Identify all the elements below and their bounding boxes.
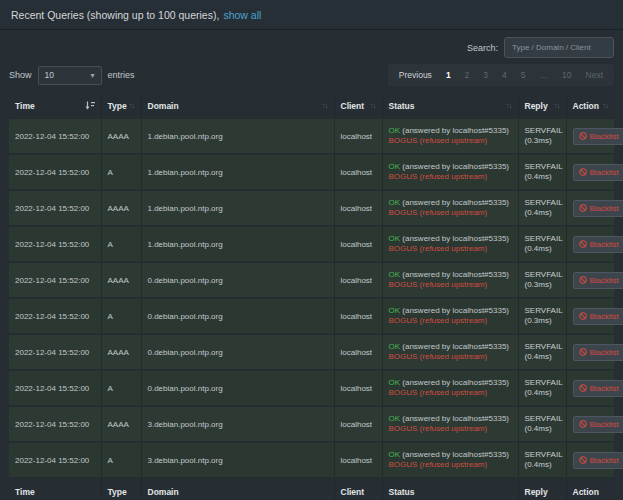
type-cell: A	[101, 298, 141, 334]
pagination-page[interactable]: 1	[439, 67, 458, 83]
status-bogus: BOGUS (refused upstream)	[389, 460, 512, 471]
status-ok: OK	[389, 414, 401, 423]
time-cell: 2022-12-04 15:52:00	[9, 190, 101, 226]
client-cell: localhost	[334, 406, 382, 442]
reply-cell: SERVFAIL (0.4ms)	[518, 370, 566, 406]
type-cell: A	[101, 226, 141, 262]
time-cell: 2022-12-04 15:52:00	[9, 226, 101, 262]
search-input[interactable]	[504, 37, 614, 58]
reply-time: (0.4ms)	[525, 208, 560, 219]
client-cell: localhost	[334, 334, 382, 370]
reply-code: SERVFAIL	[525, 450, 560, 461]
reply-time: (0.4ms)	[525, 172, 560, 183]
blacklist-label: Blacklist	[590, 240, 619, 249]
reply-time: (0.3ms)	[525, 280, 560, 291]
column-label-domain: Domain	[148, 101, 179, 111]
time-cell: 2022-12-04 15:52:00	[9, 154, 101, 190]
status-ok: OK	[389, 234, 401, 243]
blacklist-button[interactable]: Blacklist	[573, 236, 623, 253]
blacklist-button[interactable]: Blacklist	[573, 416, 623, 433]
status-cell: OK (answered by localhost#5335) BOGUS (r…	[382, 298, 518, 334]
type-cell: A	[101, 370, 141, 406]
reply-time: (0.3ms)	[525, 136, 560, 147]
column-header-time[interactable]: Time	[9, 94, 101, 118]
ban-icon	[579, 276, 587, 284]
status-ok: OK	[389, 306, 401, 315]
domain-cell: 0.debian.pool.ntp.org	[141, 370, 334, 406]
status-bogus: BOGUS (refused upstream)	[389, 352, 512, 363]
ban-icon	[579, 456, 587, 464]
pagination-page[interactable]: 4	[495, 67, 514, 83]
column-header-action[interactable]: Action ↑↓	[566, 94, 614, 118]
column-label-reply: Reply	[525, 101, 548, 111]
footer-label-domain: Domain	[141, 478, 334, 500]
time-cell: 2022-12-04 15:52:00	[9, 406, 101, 442]
action-cell: Blacklist	[566, 226, 614, 262]
table-row: 2022-12-04 15:52:00 A 0.debian.pool.ntp.…	[9, 298, 614, 334]
pagination-page[interactable]: 10	[555, 67, 578, 83]
footer-label-action: Action	[566, 478, 614, 500]
page-title: Recent Queries (showing up to 100 querie…	[11, 9, 219, 21]
status-ok: OK	[389, 342, 401, 351]
domain-cell: 1.debian.pool.ntp.org	[141, 118, 334, 154]
sort-icon: ↑↓	[370, 101, 376, 110]
blacklist-label: Blacklist	[590, 348, 619, 357]
entries-label: entries	[108, 70, 135, 80]
blacklist-label: Blacklist	[590, 384, 619, 393]
pagination-next[interactable]: Next	[579, 67, 610, 83]
blacklist-label: Blacklist	[590, 420, 619, 429]
column-header-type[interactable]: Type ↑↓	[101, 94, 141, 118]
blacklist-label: Blacklist	[590, 456, 619, 465]
pagination-page[interactable]: 3	[476, 67, 495, 83]
reply-cell: SERVFAIL (0.3ms)	[518, 298, 566, 334]
reply-time: (0.4ms)	[525, 424, 560, 435]
domain-cell: 0.debian.pool.ntp.org	[141, 334, 334, 370]
client-cell: localhost	[334, 118, 382, 154]
action-cell: Blacklist	[566, 154, 614, 190]
action-cell: Blacklist	[566, 298, 614, 334]
sort-icon: ↑↓	[322, 101, 328, 110]
column-header-domain[interactable]: Domain ↑↓	[141, 94, 334, 118]
blacklist-button[interactable]: Blacklist	[573, 344, 623, 361]
table-row: 2022-12-04 15:52:00 AAAA 1.debian.pool.n…	[9, 190, 614, 226]
ban-icon	[579, 132, 587, 140]
status-cell: OK (answered by localhost#5335) BOGUS (r…	[382, 154, 518, 190]
ban-icon	[579, 420, 587, 428]
status-bogus: BOGUS (refused upstream)	[389, 280, 512, 291]
client-cell: localhost	[334, 154, 382, 190]
show-all-link[interactable]: show all	[223, 9, 261, 21]
status-note: (answered by localhost#5335)	[402, 126, 509, 135]
table-header-row: Time Type ↑↓	[9, 94, 614, 118]
blacklist-button[interactable]: Blacklist	[573, 452, 623, 469]
action-cell: Blacklist	[566, 370, 614, 406]
reply-cell: SERVFAIL (0.4ms)	[518, 226, 566, 262]
reply-cell: SERVFAIL (0.4ms)	[518, 154, 566, 190]
column-label-client: Client	[341, 101, 365, 111]
entries-select[interactable]: 10 ▾	[38, 66, 102, 85]
reply-code: SERVFAIL	[525, 378, 560, 389]
blacklist-button[interactable]: Blacklist	[573, 200, 623, 217]
pagination-page[interactable]: 5	[514, 67, 533, 83]
column-label-time: Time	[15, 101, 35, 111]
blacklist-button[interactable]: Blacklist	[573, 164, 623, 181]
type-cell: AAAA	[101, 262, 141, 298]
table-row: 2022-12-04 15:52:00 AAAA 3.debian.pool.n…	[9, 406, 614, 442]
reply-time: (0.4ms)	[525, 460, 560, 471]
client-cell: localhost	[334, 370, 382, 406]
column-header-reply[interactable]: Reply ↑↓	[518, 94, 566, 118]
blacklist-button[interactable]: Blacklist	[573, 308, 623, 325]
blacklist-button[interactable]: Blacklist	[573, 128, 623, 145]
column-header-status[interactable]: Status ↑↓	[382, 94, 518, 118]
blacklist-label: Blacklist	[590, 312, 619, 321]
blacklist-button[interactable]: Blacklist	[573, 380, 623, 397]
status-bogus: BOGUS (refused upstream)	[389, 172, 512, 183]
sort-icon: ↑↓	[554, 101, 560, 110]
pagination-previous[interactable]: Previous	[392, 67, 439, 83]
pagination-page[interactable]: 2	[458, 67, 477, 83]
blacklist-button[interactable]: Blacklist	[573, 272, 623, 289]
column-header-client[interactable]: Client ↑↓	[334, 94, 382, 118]
reply-time: (0.4ms)	[525, 388, 560, 399]
ban-icon	[579, 384, 587, 392]
client-cell: localhost	[334, 190, 382, 226]
recent-queries-panel: Recent Queries (showing up to 100 querie…	[0, 0, 623, 500]
